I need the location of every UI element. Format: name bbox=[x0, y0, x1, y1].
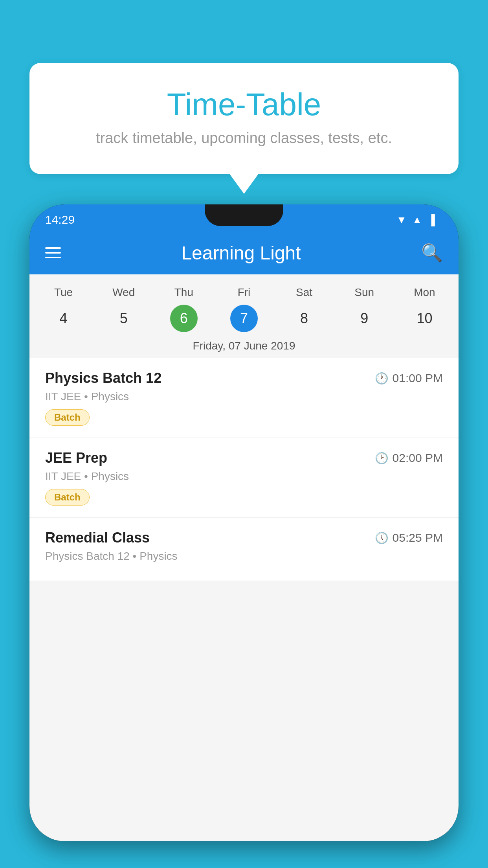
day-num-8[interactable]: 8 bbox=[274, 303, 334, 334]
phone-device: 14:29 ▼ ▲ ▐ Learning Light 🔍 Tue bbox=[29, 204, 459, 841]
day-num-5[interactable]: 5 bbox=[94, 303, 154, 334]
app-title: Learning Light bbox=[181, 242, 301, 264]
status-icons: ▼ ▲ ▐ bbox=[396, 214, 435, 226]
speech-bubble: Time-Table track timetable, upcoming cla… bbox=[29, 63, 459, 174]
day-name-wed: Wed bbox=[94, 282, 154, 303]
day-num-4[interactable]: 4 bbox=[33, 303, 94, 334]
day-name-thu: Thu bbox=[154, 282, 214, 303]
class-item-3-header: Remedial Class 🕔 05:25 PM bbox=[45, 530, 443, 546]
day-name-mon: Mon bbox=[394, 282, 455, 303]
class-item-2[interactable]: JEE Prep 🕑 02:00 PM IIT JEE • Physics Ba… bbox=[29, 438, 459, 518]
hamburger-menu-icon[interactable] bbox=[45, 247, 61, 258]
day-num-9[interactable]: 9 bbox=[334, 303, 394, 334]
class-item-3[interactable]: Remedial Class 🕔 05:25 PM Physics Batch … bbox=[29, 518, 459, 581]
class-time-value-3: 05:25 PM bbox=[393, 531, 443, 544]
day-name-sat: Sat bbox=[274, 282, 334, 303]
class-meta-1: IIT JEE • Physics bbox=[45, 390, 443, 403]
class-time-value-2: 02:00 PM bbox=[393, 451, 443, 465]
clock-icon-3: 🕔 bbox=[375, 531, 389, 544]
search-icon[interactable]: 🔍 bbox=[421, 243, 443, 263]
selected-date-label: Friday, 07 June 2019 bbox=[29, 334, 459, 358]
signal-icon: ▲ bbox=[412, 214, 422, 226]
class-meta-3: Physics Batch 12 • Physics bbox=[45, 550, 443, 563]
calendar-header: Tue Wed Thu Fri Sat Sun Mon 4 5 6 7 8 9 … bbox=[29, 274, 459, 358]
bubble-subtitle: track timetable, upcoming classes, tests… bbox=[61, 130, 427, 147]
day-name-fri: Fri bbox=[214, 282, 274, 303]
phone-content: Tue Wed Thu Fri Sat Sun Mon 4 5 6 7 8 9 … bbox=[29, 274, 459, 841]
class-meta-2: IIT JEE • Physics bbox=[45, 470, 443, 483]
day-names-row: Tue Wed Thu Fri Sat Sun Mon bbox=[29, 282, 459, 303]
class-time-1: 🕐 01:00 PM bbox=[375, 371, 443, 385]
wifi-icon: ▼ bbox=[396, 214, 407, 226]
class-list: Physics Batch 12 🕐 01:00 PM IIT JEE • Ph… bbox=[29, 358, 459, 581]
batch-badge-2: Batch bbox=[45, 489, 90, 506]
class-time-3: 🕔 05:25 PM bbox=[375, 531, 443, 544]
day-num-6-today[interactable]: 6 bbox=[170, 305, 198, 332]
app-bar: Learning Light 🔍 bbox=[29, 231, 459, 274]
class-name-2: JEE Prep bbox=[45, 450, 107, 466]
clock-icon-1: 🕐 bbox=[375, 372, 389, 385]
phone-wrapper: 14:29 ▼ ▲ ▐ Learning Light 🔍 Tue bbox=[29, 204, 459, 868]
day-num-10[interactable]: 10 bbox=[394, 303, 455, 334]
class-time-value-1: 01:00 PM bbox=[393, 371, 443, 385]
class-name-3: Remedial Class bbox=[45, 530, 150, 546]
phone-notch bbox=[205, 204, 283, 226]
day-numbers-row: 4 5 6 7 8 9 10 bbox=[29, 303, 459, 334]
bubble-title: Time-Table bbox=[61, 86, 427, 123]
clock-icon-2: 🕑 bbox=[375, 452, 389, 465]
class-name-1: Physics Batch 12 bbox=[45, 370, 161, 386]
batch-badge-1: Batch bbox=[45, 409, 90, 426]
day-num-7-selected[interactable]: 7 bbox=[230, 305, 258, 332]
class-item-2-header: JEE Prep 🕑 02:00 PM bbox=[45, 450, 443, 466]
class-time-2: 🕑 02:00 PM bbox=[375, 451, 443, 465]
class-item-1[interactable]: Physics Batch 12 🕐 01:00 PM IIT JEE • Ph… bbox=[29, 358, 459, 438]
class-item-1-header: Physics Batch 12 🕐 01:00 PM bbox=[45, 370, 443, 386]
status-time: 14:29 bbox=[45, 213, 75, 226]
battery-icon: ▐ bbox=[428, 214, 435, 226]
day-name-tue: Tue bbox=[33, 282, 94, 303]
day-name-sun: Sun bbox=[334, 282, 394, 303]
